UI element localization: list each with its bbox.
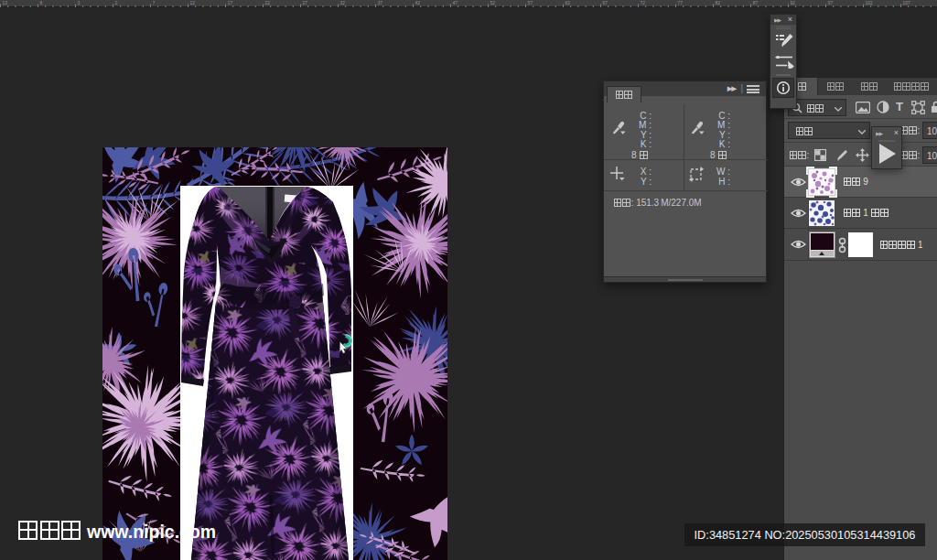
svg-text:32: 32: [340, 0, 346, 5]
svg-text:13: 13: [3, 0, 8, 5]
svg-text:12: 12: [190, 0, 196, 5]
svg-text:72: 72: [641, 0, 646, 5]
svg-text:92: 92: [791, 0, 796, 5]
svg-text:8: 8: [40, 0, 43, 5]
svg-text:7: 7: [153, 0, 156, 5]
svg-text:2: 2: [115, 0, 118, 5]
svg-text:67: 67: [603, 0, 609, 5]
svg-text:47: 47: [453, 0, 458, 5]
svg-text:17: 17: [228, 0, 233, 5]
svg-text:37: 37: [378, 0, 383, 5]
svg-text:42: 42: [415, 0, 421, 5]
svg-text:27: 27: [303, 0, 308, 5]
svg-text:3: 3: [78, 0, 81, 5]
svg-text:57: 57: [528, 0, 533, 5]
svg-text:82: 82: [716, 0, 721, 5]
svg-text:102: 102: [866, 0, 874, 5]
svg-text:62: 62: [565, 0, 571, 5]
svg-text:97: 97: [828, 0, 834, 5]
svg-text:22: 22: [265, 0, 271, 5]
svg-text:52: 52: [490, 0, 496, 5]
svg-text:77: 77: [678, 0, 684, 5]
svg-text:87: 87: [753, 0, 759, 5]
svg-text:107: 107: [903, 0, 911, 5]
